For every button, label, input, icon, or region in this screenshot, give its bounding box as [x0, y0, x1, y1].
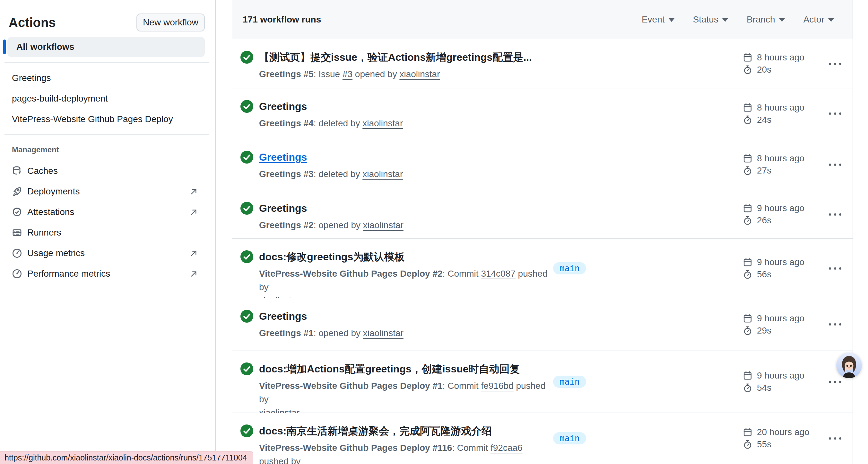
- subtitle-link[interactable]: xiaolinstar: [363, 169, 403, 179]
- kebab-menu-button[interactable]: [825, 317, 845, 332]
- sidebar-item-workflow[interactable]: pages-build-deployment: [0, 88, 216, 109]
- sidebar-item-attestations[interactable]: Attestations: [0, 202, 216, 222]
- divider: [4, 134, 209, 135]
- run-summary: docs:南京生活新增桌游聚会，完成阿瓦隆游戏介绍VitePress-Websi…: [241, 424, 548, 464]
- stopwatch-icon: [743, 166, 752, 175]
- verified-icon: [12, 207, 22, 217]
- sidebar-item-runners[interactable]: Runners: [0, 222, 216, 243]
- success-check-icon: [241, 310, 253, 323]
- workflow-run-row: GreetingsGreetings #1: opened by xiaolin…: [232, 298, 852, 351]
- run-title-link[interactable]: docs:南京生活新增桌游聚会，完成阿瓦隆游戏介绍: [259, 424, 541, 438]
- filter-actor[interactable]: Actor: [804, 14, 834, 25]
- run-duration: 26s: [757, 215, 771, 226]
- run-time-line: 9 hours ago: [743, 257, 804, 267]
- sidebar-item-performance-metrics[interactable]: Performance metrics: [0, 263, 216, 284]
- calendar-icon: [743, 314, 752, 323]
- meter-icon: [12, 269, 22, 279]
- run-time: 9 hours ago: [757, 257, 804, 267]
- workflow-run-row: GreetingsGreetings #4: deleted by xiaoli…: [232, 88, 852, 139]
- subtitle-link[interactable]: fe916bd: [481, 381, 513, 391]
- run-duration: 20s: [757, 65, 771, 75]
- run-meta: 20 hours ago55s: [743, 427, 809, 450]
- kebab-menu-button[interactable]: [825, 56, 845, 71]
- kebab-menu-button[interactable]: [825, 261, 845, 276]
- run-duration-line: 27s: [743, 166, 804, 176]
- meter-icon: [12, 248, 22, 258]
- run-title-link[interactable]: Greetings: [259, 309, 403, 323]
- sidebar-item-label: Caches: [27, 166, 58, 176]
- branch-badge[interactable]: main: [553, 376, 586, 388]
- sidebar-item-all-workflows[interactable]: All workflows: [7, 37, 205, 57]
- run-title-link[interactable]: Greetings: [259, 150, 403, 164]
- run-duration-line: 56s: [743, 269, 804, 280]
- kebab-menu-button[interactable]: [825, 431, 845, 446]
- chevron-down-icon: [669, 18, 675, 22]
- filter-label: Event: [642, 14, 665, 25]
- branch-badge[interactable]: main: [553, 432, 586, 444]
- run-meta: 8 hours ago24s: [743, 103, 804, 125]
- run-subtitle: Greetings #4: deleted by xiaolinstar: [259, 117, 403, 130]
- run-subtitle: Greetings #1: opened by xiaolinstar: [259, 326, 403, 340]
- run-time-line: 9 hours ago: [743, 371, 804, 381]
- workflow-run-name: Greetings #4: [259, 118, 314, 128]
- subtitle-link[interactable]: f92caa6: [491, 443, 523, 453]
- run-title-link[interactable]: Greetings: [259, 99, 403, 113]
- run-title-link[interactable]: docs:增加Actions配置greetings，创建issue时自动回复: [259, 362, 541, 376]
- subtitle-link[interactable]: 314c087: [481, 269, 515, 279]
- kebab-menu-button[interactable]: [825, 106, 845, 121]
- management-list: CachesDeploymentsAttestationsRunnersUsag…: [0, 161, 216, 284]
- calendar-icon: [743, 427, 752, 437]
- filter-branch[interactable]: Branch: [747, 14, 785, 25]
- sidebar-item-caches[interactable]: Caches: [0, 161, 216, 181]
- subtitle-link[interactable]: xiaolinstar: [363, 220, 403, 230]
- run-text: docs:南京生活新增桌游聚会，完成阿瓦隆游戏介绍VitePress-Websi…: [259, 424, 548, 464]
- filter-event[interactable]: Event: [642, 14, 675, 25]
- sidebar-item-workflow[interactable]: VitePress-Website Github Pages Deploy: [0, 109, 216, 129]
- chevron-down-icon: [828, 18, 834, 22]
- workflow-run-name: Greetings #2: [259, 220, 314, 230]
- filter-status[interactable]: Status: [693, 14, 728, 25]
- assistant-avatar[interactable]: [836, 352, 862, 378]
- kebab-menu-button[interactable]: [825, 157, 845, 172]
- success-check-icon: [241, 51, 253, 64]
- branch-badge[interactable]: main: [553, 262, 586, 274]
- run-text: 【测试页】提交issue，验证Actions新增greetings配置是...G…: [259, 50, 532, 81]
- stopwatch-icon: [743, 215, 752, 225]
- run-time-line: 9 hours ago: [743, 203, 804, 213]
- run-duration-line: 29s: [743, 325, 804, 336]
- server-icon: [12, 228, 22, 238]
- run-time-line: 8 hours ago: [743, 103, 804, 113]
- new-workflow-button[interactable]: New workflow: [136, 13, 205, 31]
- run-duration: 27s: [757, 166, 771, 176]
- kebab-menu-button[interactable]: [825, 207, 845, 222]
- run-duration-line: 26s: [743, 215, 804, 226]
- subtitle-link[interactable]: xiaolinstar: [399, 69, 440, 79]
- subtitle-text: : Issue: [314, 69, 342, 79]
- filter-label: Actor: [804, 14, 824, 25]
- subtitle-link[interactable]: xiaolinstar: [363, 118, 403, 128]
- subtitle-link[interactable]: xiaolinstar: [363, 328, 403, 338]
- stopwatch-icon: [743, 440, 752, 449]
- success-check-icon: [241, 202, 253, 215]
- sidebar-item-usage-metrics[interactable]: Usage metrics: [0, 243, 216, 263]
- run-duration: 29s: [757, 325, 771, 336]
- filter-label: Status: [693, 14, 718, 25]
- run-duration-line: 24s: [743, 115, 804, 125]
- run-duration: 24s: [757, 115, 771, 125]
- run-title-link[interactable]: Greetings: [259, 201, 403, 215]
- arrow-up-right-icon: [189, 208, 198, 216]
- success-check-icon: [241, 250, 253, 263]
- run-summary: GreetingsGreetings #1: opened by xiaolin…: [241, 309, 403, 340]
- sidebar-item-deployments[interactable]: Deployments: [0, 181, 216, 202]
- run-title-link[interactable]: docs:修改greetings为默认模板: [259, 250, 541, 264]
- sidebar-item-workflow[interactable]: Greetings: [0, 68, 216, 88]
- calendar-icon: [743, 153, 752, 163]
- run-title-link[interactable]: 【测试页】提交issue，验证Actions新增greetings配置是...: [259, 50, 532, 64]
- actions-sidebar: Actions New workflow All workflows Greet…: [0, 0, 216, 464]
- subtitle-link[interactable]: #3: [342, 69, 352, 79]
- workflow-list: Greetingspages-build-deploymentVitePress…: [0, 68, 216, 129]
- success-check-icon: [241, 100, 253, 113]
- link-preview-statusbar: https://github.com/xiaolinstar/xiaolin-d…: [0, 451, 253, 464]
- filters: EventStatusBranchActor: [642, 14, 834, 25]
- run-time-line: 9 hours ago: [743, 313, 804, 324]
